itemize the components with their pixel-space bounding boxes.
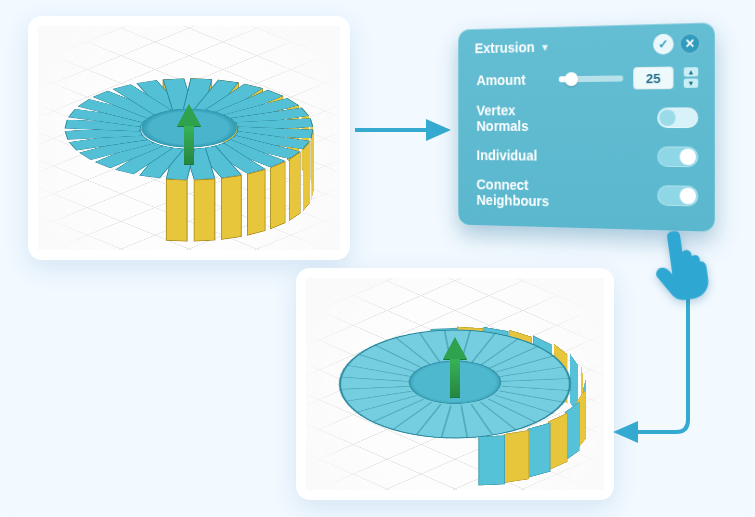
panel-header[interactable]: Extrusion ▼ ✓ ✕ — [462, 27, 711, 65]
row-individual: Individual — [462, 140, 711, 174]
amount-value[interactable]: 25 — [633, 66, 673, 89]
connect-neighbours-toggle[interactable] — [657, 185, 698, 206]
amount-label: Amount — [477, 71, 550, 88]
confirm-button[interactable]: ✓ — [653, 34, 673, 55]
row-vertex-normals: Vertex Normals — [462, 95, 711, 141]
individual-toggle[interactable] — [657, 147, 698, 168]
amount-stepper[interactable]: ▲ ▼ — [684, 67, 698, 88]
extrusion-panel: Extrusion ▼ ✓ ✕ Amount 25 ▲ ▼ Vertex Nor… — [450, 26, 714, 228]
svg-marker-2 — [618, 424, 636, 440]
row-amount: Amount 25 ▲ ▼ — [462, 60, 711, 97]
individual-label: Individual — [477, 148, 550, 164]
cancel-button[interactable]: ✕ — [680, 33, 701, 54]
amount-slider[interactable] — [559, 75, 623, 82]
dropdown-icon: ▼ — [540, 41, 549, 52]
vertex-normals-label: Vertex Normals — [477, 102, 550, 134]
vertex-normals-toggle[interactable] — [657, 107, 698, 128]
step-up-icon[interactable]: ▲ — [684, 67, 698, 76]
step-down-icon[interactable]: ▼ — [684, 78, 698, 87]
panel-title: Extrusion — [475, 39, 535, 56]
pointer-hand-icon — [645, 222, 721, 306]
row-connect-neighbours: Connect Neighbours — [462, 171, 711, 220]
connect-neighbours-label: Connect Neighbours — [477, 177, 550, 210]
